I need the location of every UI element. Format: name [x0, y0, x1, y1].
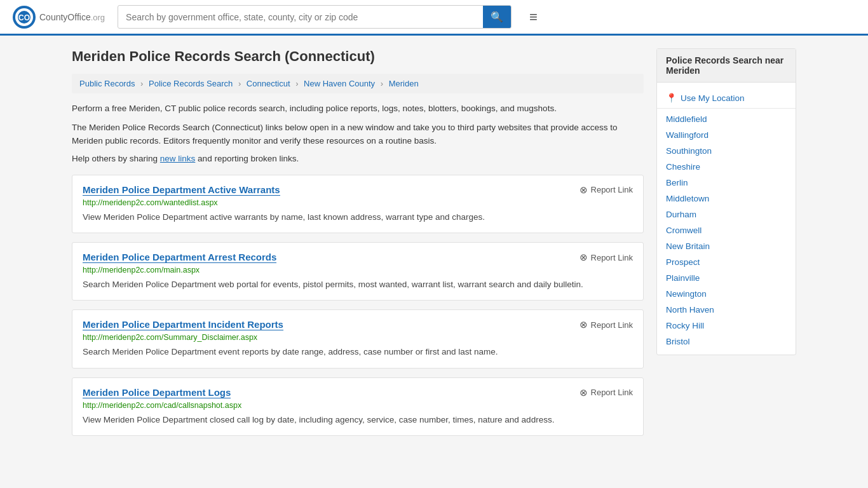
logo-icon: CO	[13, 6, 36, 29]
sidebar-location-link-5[interactable]: Middletown	[666, 194, 709, 203]
sidebar-location-link-13[interactable]: Rocky Hill	[666, 321, 704, 330]
search-input[interactable]	[118, 7, 483, 27]
logo-text: CountyOffice.org	[39, 10, 105, 24]
sidebar-location-link-4[interactable]: Berlin	[666, 178, 688, 187]
sidebar-location-list: 📍 Use My Location MiddlefieldWallingford…	[657, 83, 796, 355]
sidebar-location-item-14: Bristol	[657, 334, 796, 349]
sidebar-location-link-8[interactable]: New Britain	[666, 241, 710, 251]
report-link-button-3[interactable]: ⊗ Report Link	[580, 387, 633, 398]
sidebar-location-item-10: Plainville	[657, 270, 796, 286]
sidebar-location-item-11: Newington	[657, 286, 796, 302]
use-my-location-item: 📍 Use My Location	[657, 88, 796, 109]
sidebar-location-item-5: Middletown	[657, 191, 796, 207]
result-card-0: Meriden Police Department Active Warrant…	[72, 175, 644, 233]
sidebar-box: Police Records Search near Meriden 📍 Use…	[656, 48, 796, 355]
pin-icon: 📍	[666, 93, 677, 103]
sidebar-location-item-7: Cromwell	[657, 222, 796, 238]
sidebar-location-link-1[interactable]: Wallingford	[666, 130, 709, 140]
search-bar: 🔍	[118, 5, 512, 29]
sidebar-location-item-13: Rocky Hill	[657, 318, 796, 334]
sidebar-location-item-8: New Britain	[657, 238, 796, 254]
report-link-button-1[interactable]: ⊗ Report Link	[580, 252, 633, 263]
result-card-1: Meriden Police Department Arrest Records…	[72, 242, 644, 301]
sidebar-location-link-3[interactable]: Cheshire	[666, 162, 700, 172]
result-description-3: View Meriden Police Department closed ca…	[83, 414, 633, 426]
sidebar-location-item-1: Wallingford	[657, 127, 796, 143]
report-link-button-0[interactable]: ⊗ Report Link	[580, 184, 633, 196]
report-icon-3: ⊗	[580, 387, 588, 398]
result-title-0[interactable]: Meriden Police Department Active Warrant…	[83, 184, 280, 196]
breadcrumb: Public Records › Police Records Search ›…	[72, 74, 644, 93]
secondary-text: The Meriden Police Records Search (Conne…	[72, 121, 644, 147]
result-title-3[interactable]: Meriden Police Department Logs	[83, 387, 231, 398]
logo[interactable]: CO CountyOffice.org	[13, 6, 105, 29]
sidebar-location-item-12: North Haven	[657, 302, 796, 318]
sidebar-title: Police Records Search near Meriden	[657, 49, 796, 83]
result-url-2[interactable]: http://meridenp2c.com/Summary_Disclaimer…	[83, 333, 633, 342]
report-icon-2: ⊗	[580, 319, 588, 330]
hamburger-icon: ≡	[529, 9, 538, 25]
result-url-1[interactable]: http://meridenp2c.com/main.aspx	[83, 266, 633, 274]
result-description-0: View Meriden Police Department active wa…	[83, 211, 633, 224]
sidebar-location-link-12[interactable]: North Haven	[666, 305, 714, 315]
sidebar-location-item-9: Prospect	[657, 254, 796, 270]
sidebar-location-item-0: Middlefield	[657, 111, 796, 127]
report-icon-1: ⊗	[580, 252, 588, 263]
breadcrumb-new-haven-county[interactable]: New Haven County	[304, 79, 375, 88]
sidebar-location-link-9[interactable]: Prospect	[666, 257, 700, 267]
sidebar-location-link-10[interactable]: Plainville	[666, 273, 700, 283]
sidebar-location-link-7[interactable]: Cromwell	[666, 226, 702, 235]
hamburger-menu-button[interactable]: ≡	[524, 6, 543, 28]
result-description-2: Search Meriden Police Department event r…	[83, 346, 633, 358]
new-links-link[interactable]: new links	[160, 154, 196, 163]
sidebar-location-link-14[interactable]: Bristol	[666, 337, 690, 346]
sidebar-location-item-2: Southington	[657, 143, 796, 159]
result-title-2[interactable]: Meriden Police Department Incident Repor…	[83, 319, 283, 330]
result-card-3: Meriden Police Department Logs ⊗ Report …	[72, 377, 644, 436]
results-list: Meriden Police Department Active Warrant…	[72, 175, 644, 436]
sidebar-location-link-0[interactable]: Middlefield	[666, 114, 707, 124]
result-card-2: Meriden Police Department Incident Repor…	[72, 309, 644, 368]
result-title-1[interactable]: Meriden Police Department Arrest Records	[83, 252, 276, 263]
breadcrumb-public-records[interactable]: Public Records	[79, 79, 135, 88]
sidebar-location-link-11[interactable]: Newington	[666, 289, 707, 299]
result-url-3[interactable]: http://meridenp2c.com/cad/callsnapshot.a…	[83, 401, 633, 410]
result-url-0[interactable]: http://meridenp2c.com/wantedlist.aspx	[83, 198, 633, 207]
sidebar-location-link-6[interactable]: Durham	[666, 210, 696, 219]
sidebar-location-item-4: Berlin	[657, 175, 796, 191]
search-button[interactable]: 🔍	[483, 6, 511, 28]
page-title: Meriden Police Records Search (Connectic…	[72, 48, 644, 65]
result-description-1: Search Meriden Police Department web por…	[83, 278, 633, 291]
sidebar-location-item-6: Durham	[657, 207, 796, 222]
breadcrumb-police-records-search[interactable]: Police Records Search	[149, 79, 233, 88]
breadcrumb-connecticut[interactable]: Connecticut	[247, 79, 290, 88]
report-icon-0: ⊗	[580, 184, 588, 196]
use-my-location-link[interactable]: Use My Location	[681, 93, 745, 103]
sidebar-location-link-2[interactable]: Southington	[666, 146, 712, 156]
intro-text: Perform a free Meriden, CT public police…	[72, 102, 644, 115]
sidebar-location-item-3: Cheshire	[657, 159, 796, 175]
help-text: Help others by sharing new links and rep…	[72, 154, 644, 163]
svg-text:CO: CO	[18, 13, 30, 22]
report-link-button-2[interactable]: ⊗ Report Link	[580, 319, 633, 330]
breadcrumb-meriden[interactable]: Meriden	[389, 79, 419, 88]
